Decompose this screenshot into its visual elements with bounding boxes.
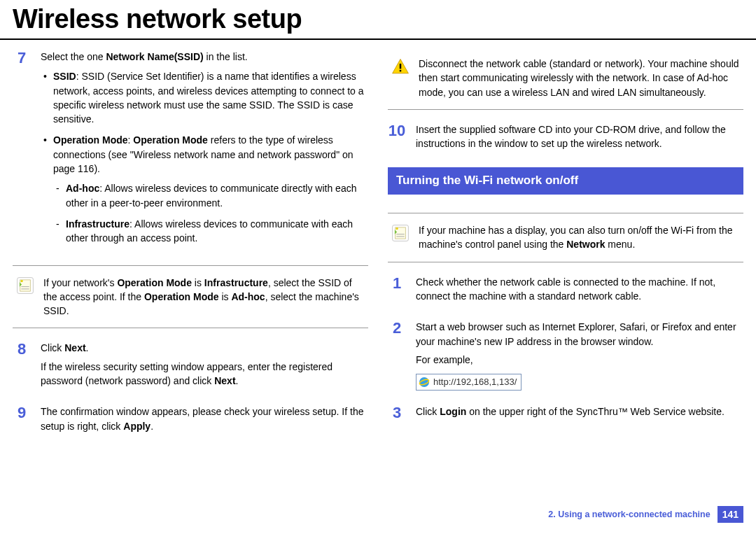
text: in the list.	[204, 51, 248, 62]
text: Check whether the network cable is conne…	[416, 275, 743, 304]
note-body: If your machine has a display, you can a…	[419, 223, 741, 252]
content-columns: 7 Select the one Network Name(SSID) in t…	[0, 40, 756, 450]
step-body: Select the one Network Name(SSID) in the…	[41, 50, 368, 253]
svg-rect-5	[400, 70, 401, 71]
right-column: Disconnect the network cable (standard o…	[388, 50, 743, 450]
svg-point-8	[396, 227, 398, 230]
left-column: 7 Select the one Network Name(SSID) in t…	[13, 50, 368, 450]
bold: Operation Mode	[133, 134, 208, 146]
text: Select the one	[41, 51, 106, 62]
note-infrastructure: If your network's Operation Mode is Infr…	[13, 265, 368, 329]
page-title: Wireless network setup	[0, 0, 756, 40]
list-item: Ad-hoc: Allows wireless devices to commu…	[53, 181, 368, 210]
step-2: 2 Start a web browser such as Internet E…	[388, 320, 743, 391]
step-number: 2	[388, 320, 406, 391]
text: Click	[41, 342, 64, 353]
svg-point-2	[21, 279, 23, 281]
bold: Ad-hoc	[66, 183, 99, 194]
url-bar-example: http://192,168,1,133/	[416, 374, 522, 391]
step-number: 3	[388, 405, 406, 423]
note-display: If your machine has a display, you can a…	[388, 213, 743, 262]
bold: SSID	[53, 71, 76, 82]
note-body: Disconnect the network cable (standard o…	[419, 57, 741, 99]
bold: Operation Mode	[53, 134, 128, 146]
step-1: 1 Check whether the network cable is con…	[388, 275, 743, 308]
text: is	[192, 277, 204, 288]
step-number: 9	[13, 405, 31, 437]
note-icon	[391, 223, 410, 243]
step-3: 3 Click Login on the upper right of the …	[388, 405, 743, 423]
text: .	[150, 421, 153, 432]
step-body: Check whether the network cable is conne…	[416, 275, 743, 308]
bold: Network Name(SSID)	[106, 51, 203, 62]
list-item: Infrastructure: Allows wireless devices …	[53, 217, 368, 246]
section-wifi-onoff: Turning the Wi-Fi network on/off	[388, 167, 743, 195]
step-7: 7 Select the one Network Name(SSID) in t…	[13, 50, 368, 253]
text: : Allows wireless devices to communicate…	[66, 183, 356, 208]
bold: Next	[64, 342, 85, 353]
note-icon	[15, 276, 35, 295]
step-number: 1	[388, 275, 406, 308]
bold: Login	[440, 406, 466, 417]
text: on the upper right of the SyncThru™ Web …	[466, 406, 724, 417]
step-8: 8 Click Next. If the wireless security s…	[13, 341, 368, 392]
text: is	[219, 291, 232, 302]
svg-rect-4	[400, 64, 401, 69]
step-number: 10	[388, 122, 406, 155]
bold: Infrastructure	[66, 218, 130, 230]
text: : SSID (Service Set Identifier) is a nam…	[53, 71, 364, 125]
bold: Apply	[123, 421, 150, 432]
step-body: Click Next. If the wireless security set…	[41, 341, 368, 392]
text: The confirmation window appears, please …	[41, 406, 363, 431]
footer-chapter: 2. Using a network-connected machine	[548, 510, 710, 519]
ie-icon	[419, 377, 430, 388]
text: If the wireless security setting window …	[41, 361, 332, 386]
bold: Infrastructure	[204, 277, 268, 288]
bold: Ad-hoc	[231, 291, 265, 302]
step-body: Start a web browser such as Internet Exp…	[416, 320, 743, 391]
step-body: Insert the supplied software CD into you…	[416, 122, 743, 155]
text: Click	[416, 406, 440, 417]
step-number: 8	[13, 341, 31, 392]
bold: Operation Mode	[117, 277, 192, 288]
text: menu.	[605, 239, 635, 250]
bold: Operation Mode	[144, 291, 219, 302]
url-text: http://192,168,1,133/	[433, 376, 517, 389]
text: .	[86, 342, 89, 353]
text: Start a web browser such as Internet Exp…	[416, 320, 743, 349]
text: For example,	[416, 353, 743, 367]
list-item: SSID: SSID (Service Set Identifier) is a…	[41, 69, 368, 126]
footer-page-number: 141	[718, 506, 743, 523]
step-9: 9 The confirmation window appears, pleas…	[13, 405, 368, 437]
warning-icon	[391, 57, 410, 76]
text: If your network's	[43, 277, 117, 288]
bold: Network	[566, 239, 605, 250]
step-10: 10 Insert the supplied software CD into …	[388, 122, 743, 155]
text: .	[236, 375, 239, 386]
step-number: 7	[13, 50, 31, 253]
warning-disconnect: Disconnect the network cable (standard o…	[388, 57, 743, 110]
list-item: Operation Mode: Operation Mode refers to…	[41, 133, 368, 245]
text: Insert the supplied software CD into you…	[416, 122, 743, 151]
bold: Next	[214, 375, 235, 386]
step-body: Click Login on the upper right of the Sy…	[416, 405, 743, 423]
step-body: The confirmation window appears, please …	[41, 405, 368, 437]
page-footer: 2. Using a network-connected machine 141	[548, 506, 743, 523]
note-body: If your network's Operation Mode is Infr…	[43, 276, 365, 318]
